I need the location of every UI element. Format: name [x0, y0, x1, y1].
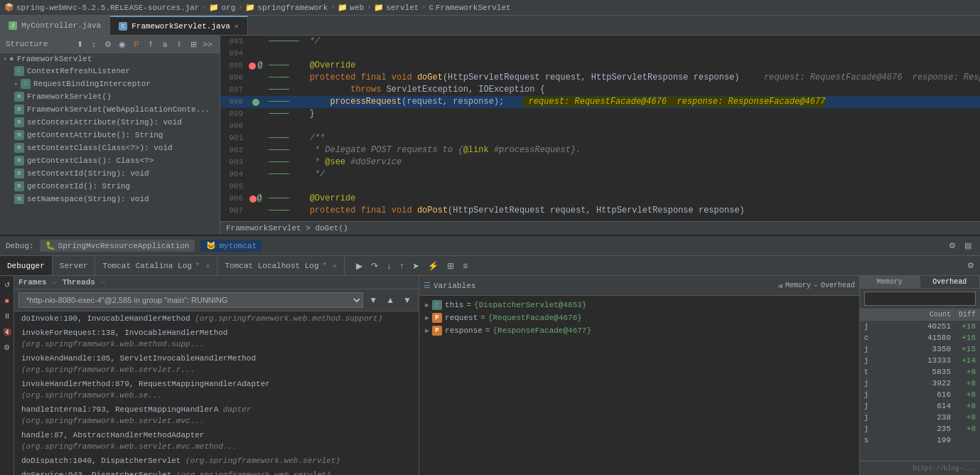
debug-more-btn[interactable]: ≡	[460, 260, 470, 272]
public-button[interactable]: P	[130, 38, 143, 50]
breadcrumb-servlet[interactable]: 📁 servlet	[374, 3, 419, 12]
tree-item-setcontextid[interactable]: m setContextId(String): void	[0, 167, 220, 180]
breadcrumb-jar[interactable]: 📦 spring-webmvc-5.2.5.RELEASE-sources.ja…	[4, 3, 199, 12]
tab-frameworkservlet[interactable]: C FrameworkServlet.java ✕	[110, 16, 248, 35]
tab-server[interactable]: Server	[53, 256, 96, 275]
mem-row-5[interactable]: j 3922 +8	[860, 378, 980, 389]
code-line-895: 895 @ ──── @Override	[220, 60, 980, 72]
tree-item-setnamespace[interactable]: m setNamespace(String): void	[0, 193, 220, 206]
frames-label: Frames	[18, 278, 47, 287]
session-springmvc[interactable]: 🐛 SpringMvcResourceApplication	[40, 240, 195, 252]
stack-frame-0[interactable]: doInvoke:190, InvocableHandlerMethod (or…	[14, 311, 419, 326]
debug-mute-btn[interactable]: 🔇	[1, 326, 13, 337]
stack-frame-3[interactable]: invokeHandlerMethod:879, RequestMappingH…	[14, 377, 419, 402]
stack-frame-5[interactable]: handle:87, AbstractHandlerMethodAdapter …	[14, 428, 419, 454]
structure-panel: Structure ⬆ ↕ ⚙ ◉ P f a I ⊞ >> ▾	[0, 36, 220, 235]
stack-frame-6[interactable]: doDispatch:1040, DispatcherServlet (org.…	[14, 454, 419, 468]
tab-close-button[interactable]: ✕	[235, 22, 239, 31]
memory-search-input[interactable]	[864, 292, 976, 306]
expand-button[interactable]: ⊞	[187, 38, 200, 50]
memory-rows: j 40251 +18 c 41580 +16 j 3350 +15	[860, 321, 980, 461]
breadcrumb-web[interactable]: 📁 web	[338, 3, 364, 12]
tree-item-frameworkservlet[interactable]: ▾ ● FrameworkServlet	[0, 53, 220, 65]
tab-mycontroller[interactable]: J MyController.java	[0, 16, 110, 35]
thread-up-btn[interactable]: ▲	[383, 294, 397, 306]
tab-localhost-close[interactable]: ✕	[333, 262, 337, 270]
tree-item-constructor1[interactable]: m FrameworkServlet()	[0, 90, 220, 103]
debug-stop-btn[interactable]: ■	[1, 294, 13, 306]
mem-row-8[interactable]: j 238 +8	[860, 412, 980, 423]
variables-list: ▶ t this = {DispatcherServlet@4653} ▶ P …	[419, 296, 859, 475]
filter-button[interactable]: ◉	[116, 38, 129, 50]
debug-runtocursor-btn[interactable]: ➤	[409, 260, 422, 272]
stack-frame-4[interactable]: handleInternal:793, RequestMappingHandle…	[14, 402, 419, 428]
var-this[interactable]: ▶ t this = {DispatcherServlet@4653}	[419, 299, 859, 311]
fields-button[interactable]: f	[144, 38, 157, 50]
debug-settings2-btn[interactable]: ⚙	[1, 341, 13, 353]
app-wrapper: 📦 spring-webmvc-5.2.5.RELEASE-sources.ja…	[0, 0, 980, 475]
code-breadcrumb: FrameworkServlet > doGet()	[220, 221, 980, 235]
debug-evalexpr-btn[interactable]: ⚡	[425, 260, 441, 272]
breadcrumb-org[interactable]: 📁 org	[209, 3, 235, 12]
tab-localhost-log[interactable]: Tomcat Localhost Log * ✕	[217, 256, 345, 275]
debug-pause-btn[interactable]: ⏸	[1, 310, 13, 321]
stack-frame-1[interactable]: invokeForRequest:138, InvocableHandlerMe…	[14, 326, 419, 351]
settings-debug-button[interactable]: ⚙	[946, 240, 959, 252]
tab-catalina-log[interactable]: Tomcat Catalina Log * ✕	[95, 256, 217, 275]
breadcrumb-springframework[interactable]: 📁 springframework	[245, 3, 328, 12]
tree-item-constructor2[interactable]: m FrameworkServlet(WebApplicationConte..…	[0, 103, 220, 116]
breadcrumb-class[interactable]: C FrameworkServlet	[429, 4, 510, 12]
breadcrumb-bar: 📦 spring-webmvc-5.2.5.RELEASE-sources.ja…	[0, 0, 980, 16]
thread-down-btn[interactable]: ▼	[400, 294, 414, 306]
mem-row-3[interactable]: j 13333 +14	[860, 355, 980, 366]
mem-row-6[interactable]: j 616 +8	[860, 389, 980, 400]
tree-item-setcontextattr[interactable]: m setContextAttribute(String): void	[0, 116, 220, 129]
memory-tab-memory[interactable]: Memory	[860, 276, 920, 288]
tree-item-getcontextid[interactable]: m getContextId(): String	[0, 180, 220, 193]
tree-item-setcontextclass[interactable]: m setContextClass(Class<?>): void	[0, 142, 220, 154]
stack-frame-7[interactable]: doService:943, DispatcherServlet (org.sp…	[14, 468, 419, 475]
mem-row-2[interactable]: j 3350 +15	[860, 343, 980, 355]
sort-alpha-button[interactable]: ⬆	[73, 38, 86, 50]
var-request[interactable]: ▶ P request = {RequestFacade@4676}	[419, 311, 859, 324]
breakpoint-906[interactable]	[249, 196, 257, 203]
stack-frame-2[interactable]: invokeAndHandle:105, ServletInvocableHan…	[14, 351, 419, 377]
code-area[interactable]: 893 ────── */ 894 895 @ ─	[220, 36, 980, 221]
mem-row-7[interactable]: j 614 +8	[860, 400, 980, 412]
tree-item-requestbindinginterceptor[interactable]: ▸ C RequestBindingInterceptor	[0, 78, 220, 90]
debug-stepout-btn[interactable]: ↑	[397, 260, 406, 272]
mem-row-0[interactable]: j 40251 +18	[860, 321, 980, 332]
layout-debug-button[interactable]: ▤	[962, 240, 974, 252]
session-mytomcat[interactable]: 🐱 mytomcat	[200, 240, 262, 252]
debug-stepinto-btn[interactable]: ↓	[384, 260, 394, 272]
mem-row-4[interactable]: t 5835 +8	[860, 366, 980, 378]
tree-item-getcontextattr[interactable]: m getContextAttribute(): String	[0, 129, 220, 142]
thread-dropdown[interactable]: *http-nio-8080-exec-4"@2,585 in group "m…	[18, 292, 363, 308]
debug-restart-btn[interactable]: ↺	[1, 279, 13, 290]
code-line-893: 893 ────── */	[220, 36, 980, 48]
var-response[interactable]: ▶ P response = {ResponseFacade@4677}	[419, 324, 859, 337]
tree-item-contextrefreshlistener[interactable]: C ContextRefreshListener	[0, 65, 220, 78]
memory-panel: Memory Overhead Count Diff j	[859, 276, 980, 475]
more-button[interactable]: >>	[201, 38, 214, 50]
tree-item-getcontextclass[interactable]: m getContextClass(): Class<?>	[0, 154, 220, 167]
breakpoint-895[interactable]	[249, 63, 256, 70]
settings-button[interactable]: ⚙	[102, 38, 114, 50]
debug-stepover-btn[interactable]: ↷	[368, 260, 381, 272]
code-line-904: 904 ──── */	[220, 169, 980, 181]
mem-row-10[interactable]: s 199	[860, 434, 980, 446]
thread-filter-btn[interactable]: ▼	[366, 294, 380, 306]
debug-frames-btn[interactable]: ⊞	[444, 260, 457, 272]
sort-button[interactable]: ↕	[87, 38, 100, 50]
tab-catalina-close[interactable]: ✕	[205, 262, 210, 270]
tab-debugger[interactable]: Debugger	[0, 256, 53, 275]
anon-button[interactable]: a	[158, 38, 171, 50]
memory-tab-overhead[interactable]: Overhead	[920, 276, 981, 288]
debug-frames-panel: Frames → Threads → *http-nio-8080-exec-4…	[14, 276, 419, 475]
structure-header: Structure ⬆ ↕ ⚙ ◉ P f a I ⊞ >>	[0, 36, 220, 53]
mem-row-9[interactable]: j 235 +8	[860, 423, 980, 434]
debug-resume-btn[interactable]: ▶	[353, 260, 365, 272]
debug-panel-settings[interactable]: ⚙	[964, 260, 977, 272]
mem-row-1[interactable]: c 41580 +16	[860, 332, 980, 343]
inherit-button[interactable]: I	[173, 38, 185, 50]
